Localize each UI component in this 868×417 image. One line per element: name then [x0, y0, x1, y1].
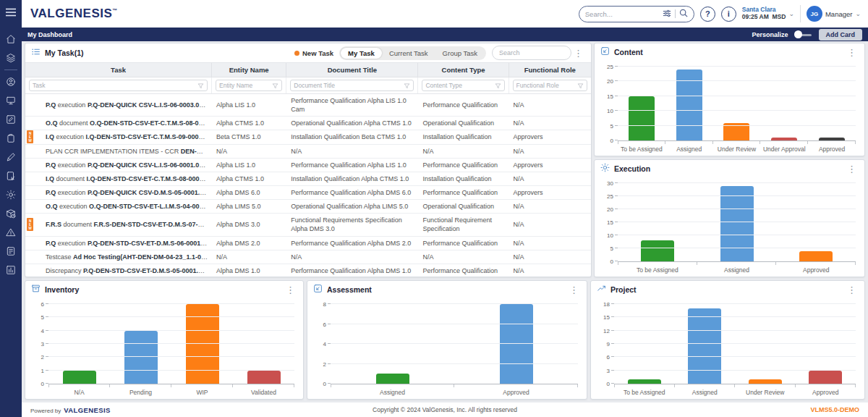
x-axis-category-label: N/A: [48, 387, 110, 396]
panel-menu-icon[interactable]: ⋮: [845, 285, 859, 295]
table-row[interactable]: I.Q document I.Q-DEN-STD-CSV-ET-C.T.M.S-…: [25, 172, 591, 186]
column-header[interactable]: Task: [25, 63, 212, 77]
location-selector[interactable]: Santa Clara 09:25 AM MSD ⌄: [742, 7, 794, 21]
package-clock-icon[interactable]: [0, 204, 22, 223]
document-title-cell: N/A: [286, 145, 418, 158]
x-axis-category-label: Validated: [233, 387, 294, 396]
filter-cell: [418, 77, 509, 93]
bar-slot: [713, 67, 761, 140]
table-row[interactable]: NEWF.R.S document F.R.S-DEN-STD-CSV-ET-D…: [25, 214, 591, 236]
gridline: [48, 330, 294, 331]
filter-input-task[interactable]: [33, 82, 195, 89]
filter-input-entity-name[interactable]: [219, 82, 270, 89]
task-cell: P.Q execution P.Q-DEN-STD-CSV-ET-D.M.S-0…: [25, 237, 212, 250]
column-header[interactable]: Content Type: [418, 63, 509, 77]
document-title-cell: Operational Qualification Alpha LIMS 5.0: [286, 200, 418, 213]
alert-triangle-icon[interactable]: [0, 223, 22, 242]
y-axis-tick-label: 12: [603, 327, 610, 334]
panel-menu-icon[interactable]: ⋮: [284, 285, 297, 295]
gridline: [331, 343, 578, 344]
global-search-input[interactable]: [585, 10, 659, 18]
project-chart-panel: Project ⋮ 0369121518To be AssignedAssign…: [590, 280, 865, 400]
task-cell: O.Q execution O.Q-DEN-STD-CSV-ET-L.I.M.S…: [25, 200, 212, 213]
user-circle-icon[interactable]: [0, 72, 22, 91]
panel-menu-icon[interactable]: ⋮: [567, 285, 581, 295]
info-button[interactable]: i: [721, 7, 736, 22]
functional-role-cell: N/A: [509, 98, 591, 111]
filter-sliders-icon[interactable]: [663, 7, 671, 20]
bar-to-be-assigned: [641, 240, 674, 261]
table-row[interactable]: O.Q document O.Q-DEN-STD-CSV-ET-C.T.M.S-…: [25, 117, 591, 130]
table-row[interactable]: P.Q execution P.Q-DEN-QUICK CSV-L.I.S-06…: [25, 94, 591, 117]
column-header[interactable]: Document Title: [286, 63, 418, 77]
y-axis-tick-label: 1: [41, 367, 44, 374]
bar-n-a: [63, 371, 96, 384]
x-axis-category-label: Under Approval: [760, 143, 808, 153]
panel-menu-icon[interactable]: ⋮: [845, 164, 859, 174]
table-row[interactable]: P.Q execution P.Q-DEN-QUICK CSV-D.M.S-05…: [25, 186, 591, 200]
personalize-toggle[interactable]: [794, 30, 813, 38]
gridline: [618, 125, 856, 126]
funnel-filter-icon[interactable]: [404, 79, 410, 92]
table-row[interactable]: NEWI.Q execution I.Q-DEN-STD-CSV-ET-C.T.…: [25, 130, 591, 144]
column-header[interactable]: Entity Name: [212, 63, 286, 77]
task-cell: Discrepancy P.Q-DEN-STD-CSV-ET-D.M.S-05-…: [25, 264, 212, 277]
bar-assigned: [688, 308, 721, 384]
table-row[interactable]: Testcase Ad Hoc Testing(AHT-DEN-DM-04-23…: [25, 250, 591, 264]
funnel-filter-icon[interactable]: [577, 79, 584, 92]
column-header[interactable]: Functional Role: [509, 63, 591, 77]
search-icon[interactable]: [679, 7, 688, 20]
document-title-cell: Installation Qualification Alpha CTMS 1.…: [286, 172, 418, 185]
content-type-cell: Installation Qualification: [418, 172, 509, 185]
panel-menu-icon[interactable]: ⋮: [845, 48, 859, 57]
table-row[interactable]: P.Q execution P.Q-DEN-QUICK CSV-L.I.S-06…: [25, 159, 591, 172]
gridline: [618, 66, 856, 67]
tab-my-task[interactable]: My Task: [341, 48, 382, 59]
functional-role-cell: Approvers: [509, 130, 591, 143]
execution-chart-panel: Execution ⋮ 051015202530To be AssignedAs…: [594, 159, 865, 277]
edit-square-icon[interactable]: [0, 110, 22, 129]
table-row[interactable]: P.Q execution P.Q-DEN-STD-CSV-ET-D.M.S-0…: [25, 237, 591, 250]
table-row[interactable]: Discrepancy P.Q-DEN-STD-CSV-ET-D.M.S-05-…: [25, 264, 591, 277]
tab-group-task[interactable]: Group Task: [435, 48, 485, 59]
monitor-icon[interactable]: [0, 91, 22, 110]
task-panel-menu-icon[interactable]: ⋮: [571, 49, 585, 58]
filter-input-document-title[interactable]: [294, 82, 401, 89]
layers-icon[interactable]: [0, 49, 22, 67]
home-icon[interactable]: [0, 30, 22, 49]
my-task-panel: My Task(1) New Task My TaskCurrent TaskG…: [25, 43, 592, 277]
task-search-input[interactable]: [492, 46, 571, 60]
new-badge: NEW: [27, 218, 33, 231]
hamburger-menu-icon[interactable]: [5, 7, 17, 20]
gear-icon[interactable]: [0, 185, 22, 204]
table-row[interactable]: O.Q execution O.Q-DEN-STD-CSV-ET-L.I.M.S…: [25, 200, 591, 214]
funnel-filter-icon[interactable]: [197, 79, 204, 92]
logbook-icon[interactable]: [0, 242, 22, 261]
profile-menu[interactable]: JG Manager ⌄: [807, 6, 861, 22]
gridline: [618, 248, 856, 248]
bar-approved: [500, 304, 533, 384]
dashboard-main: My Task(1) New Task My TaskCurrent TaskG…: [22, 41, 868, 403]
tab-current-task[interactable]: Current Task: [382, 48, 435, 59]
footer: Powered by VALGENESIS Copyright © 2024 V…: [22, 403, 868, 417]
document-export-icon: [600, 46, 610, 59]
help-button[interactable]: ?: [700, 7, 715, 22]
document-export-icon[interactable]: [0, 167, 22, 185]
global-search[interactable]: [579, 6, 694, 22]
y-axis-tick-label: 9: [607, 341, 610, 348]
table-row[interactable]: PLAN CCR IMPLEMENTATION ITEMS - CCR DEN-…: [25, 145, 591, 159]
clipboard-icon[interactable]: [0, 129, 22, 148]
add-card-button[interactable]: Add Card: [819, 29, 863, 41]
bar-slot: [618, 67, 665, 140]
filter-input-content-type[interactable]: [425, 82, 492, 89]
content-type-cell: Performance Qualification: [418, 159, 509, 172]
task-cell: P.Q execution P.Q-DEN-QUICK CSV-L.I.S-06…: [25, 159, 212, 172]
gridline: [618, 110, 856, 111]
chart-title: Assessment: [327, 285, 372, 294]
funnel-filter-icon[interactable]: [272, 79, 278, 92]
entity-cell: Alpha CTMS 1.0: [212, 172, 286, 185]
funnel-filter-icon[interactable]: [495, 79, 501, 92]
bar-chart-icon[interactable]: [0, 261, 22, 279]
pen-icon[interactable]: [0, 148, 22, 167]
filter-input-functional-role[interactable]: [516, 82, 575, 89]
